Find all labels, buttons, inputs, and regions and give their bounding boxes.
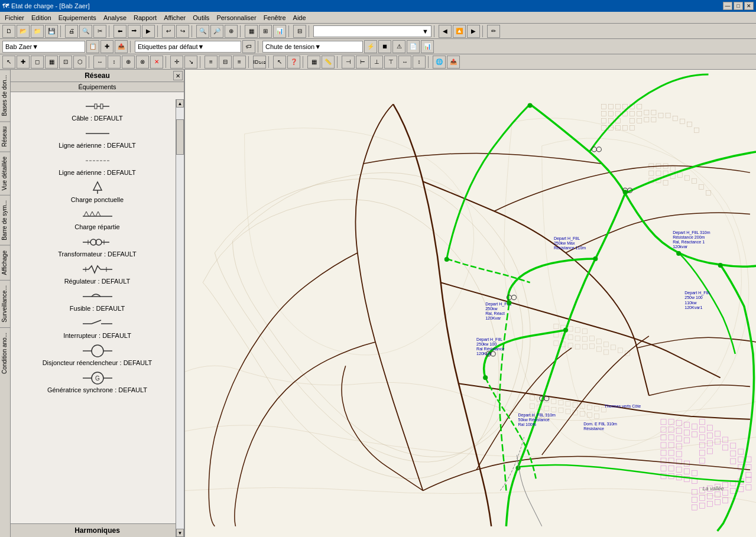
id-button[interactable]: ID₁₀₂: [253, 56, 266, 69]
line-btn1[interactable]: ≡: [205, 56, 218, 69]
run-button[interactable]: ⚡: [364, 40, 377, 53]
menu-aide[interactable]: Aide: [290, 13, 310, 22]
menu-rapport[interactable]: Rapport: [130, 13, 160, 22]
menu-fenetre[interactable]: Fenêtre: [260, 13, 290, 22]
location-dropdown[interactable]: Bab Zaer ▼: [2, 41, 85, 53]
line-btn3[interactable]: ≡: [233, 56, 246, 69]
maximize-button[interactable]: □: [734, 2, 743, 10]
nav-back-button[interactable]: ◀: [439, 25, 452, 38]
loc-btn2[interactable]: ✚: [100, 40, 113, 53]
scroll-thumb[interactable]: [176, 119, 184, 155]
rotate-button[interactable]: ⊕: [122, 56, 135, 69]
zoom-in-button[interactable]: 🔍: [196, 25, 209, 38]
add-node-button[interactable]: ✚: [17, 56, 30, 69]
align3-button[interactable]: ⊤: [384, 56, 397, 69]
nav-fwd-button[interactable]: ▶: [467, 25, 480, 38]
poly-button[interactable]: ⬡: [73, 56, 86, 69]
rect2-button[interactable]: ▦: [45, 56, 58, 69]
loc-btn3[interactable]: 📤: [115, 40, 128, 53]
analysis-dropdown[interactable]: Chute de tension ▼: [262, 41, 363, 53]
flip-button[interactable]: ⊗: [136, 56, 149, 69]
sep-t3-7: [337, 56, 339, 68]
svg-text:Ral, Réactance 1: Ral, Réactance 1: [673, 240, 705, 244]
loc-btn1[interactable]: 📋: [86, 40, 99, 53]
pan-button[interactable]: ↘: [184, 56, 197, 69]
align-left-button[interactable]: ⊣: [342, 56, 355, 69]
menu-fichier[interactable]: Fichier: [1, 13, 28, 22]
legend-footer[interactable]: Harmoniques: [11, 523, 184, 537]
tab-condition[interactable]: Condition ano...: [0, 327, 10, 379]
sep-t2-2: [258, 41, 260, 53]
preview-button[interactable]: 🔍: [79, 25, 92, 38]
menu-afficher[interactable]: Afficher: [160, 13, 189, 22]
play-button[interactable]: ▶: [142, 25, 155, 38]
grid-button[interactable]: ⊟: [293, 25, 306, 38]
crosshair-button[interactable]: ✛: [170, 56, 183, 69]
warn-button[interactable]: ⚠: [392, 40, 405, 53]
label-dropdown[interactable]: Etiquettes par défaut ▼: [135, 41, 241, 53]
help-button[interactable]: ❓: [287, 56, 300, 69]
open-button[interactable]: 📂: [17, 25, 30, 38]
select-button[interactable]: ↖: [2, 56, 15, 69]
redo-button[interactable]: ↪: [176, 25, 189, 38]
stop-button[interactable]: ⏹: [378, 40, 391, 53]
back-button[interactable]: ⬅: [113, 25, 126, 38]
close-button[interactable]: ✕: [744, 2, 754, 10]
tab-reseau[interactable]: Réseau: [0, 121, 10, 151]
fwd-button[interactable]: ⮕: [128, 25, 141, 38]
print-button[interactable]: 🖨: [65, 25, 78, 38]
align5-button[interactable]: ↕: [413, 56, 426, 69]
scroll-down-button[interactable]: ▼: [176, 529, 184, 537]
align4-button[interactable]: ↔: [398, 56, 411, 69]
align2-button[interactable]: ⊥: [370, 56, 383, 69]
rect3-button[interactable]: ⊡: [59, 56, 72, 69]
close-legend-button[interactable]: ✕: [173, 71, 183, 80]
undo-button[interactable]: ↩: [162, 25, 175, 38]
disj-icon: [80, 344, 115, 358]
map-area[interactable]: Depart H_F8L 250kw Max Résistance 110m D…: [185, 70, 756, 537]
chart-button[interactable]: 📊: [273, 25, 286, 38]
globe-button[interactable]: 🌐: [433, 56, 446, 69]
delete-button[interactable]: ✕: [150, 56, 163, 69]
svg-point-251: [676, 251, 681, 256]
table2-button[interactable]: ⊞: [259, 25, 272, 38]
zoom-fit-button[interactable]: ⊕: [225, 25, 238, 38]
new-button[interactable]: 🗋: [2, 25, 15, 38]
cut-button[interactable]: ✂: [93, 25, 106, 38]
menu-edition[interactable]: Edition: [28, 13, 55, 22]
tab-affichage[interactable]: Affichage: [0, 245, 10, 280]
report-button[interactable]: 📄: [407, 40, 420, 53]
align-right-button[interactable]: ⊢: [356, 56, 369, 69]
open2-button[interactable]: 📁: [31, 25, 44, 38]
charge-ponct-symbol: [83, 180, 112, 196]
grid2-button[interactable]: ▦: [307, 56, 320, 69]
minimize-button[interactable]: —: [723, 2, 732, 10]
nav-up-button[interactable]: 🔼: [453, 25, 466, 38]
label-btn[interactable]: 🏷: [242, 40, 255, 53]
move-horiz-button[interactable]: ↔: [93, 56, 106, 69]
tab-surveillance[interactable]: Surveillance...: [0, 280, 10, 327]
menu-equipements[interactable]: Equipements: [55, 13, 100, 22]
tab-bases-de-don[interactable]: Bases de don...: [0, 70, 10, 121]
zoom-out-button[interactable]: 🔎: [210, 25, 223, 38]
rect-button[interactable]: ◻: [31, 56, 44, 69]
scroll-up-button[interactable]: ▲: [176, 99, 184, 108]
save-button[interactable]: 💾: [45, 25, 58, 38]
chart2-button[interactable]: 📊: [421, 40, 434, 53]
tab-barre-sym[interactable]: Barre de sym...: [0, 195, 10, 245]
table-button[interactable]: ▦: [245, 25, 258, 38]
search-dropdown[interactable]: ▼: [313, 25, 431, 37]
move-vert-button[interactable]: ↕: [108, 56, 121, 69]
menu-analyse[interactable]: Analyse: [100, 13, 130, 22]
pencil-button[interactable]: ✏: [487, 25, 500, 38]
ruler-button[interactable]: 📏: [322, 56, 335, 69]
tab-vue-detaillee[interactable]: Vue détaillée: [0, 151, 10, 195]
svg-text:G: G: [95, 375, 100, 382]
menu-outils[interactable]: Outils: [189, 13, 213, 22]
menu-personnaliser[interactable]: Personnaliser: [213, 13, 259, 22]
svg-line-28: [92, 320, 101, 324]
line-btn2[interactable]: ⊟: [219, 56, 232, 69]
cursor-button[interactable]: ↖: [273, 56, 286, 69]
svg-line-12: [92, 211, 95, 216]
export-button[interactable]: 📤: [447, 56, 460, 69]
